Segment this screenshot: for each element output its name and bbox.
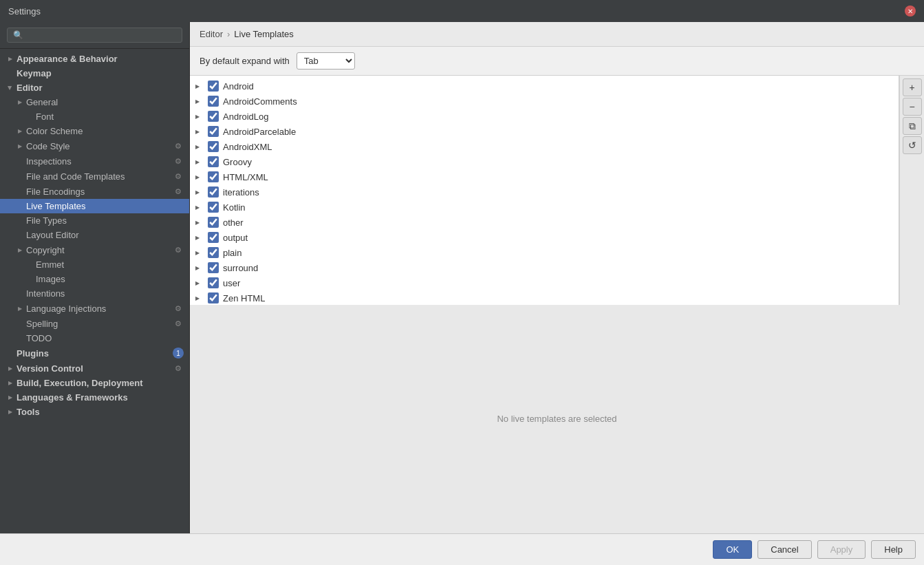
sidebar-item-label: File Types [25,215,184,226]
list-item[interactable]: ▶ plain [190,245,899,260]
sidebar-item-file-code-templates[interactable]: File and Code Templates ⚙ [0,169,189,184]
sidebar-item-language-injections[interactable]: ▶ Language Injections ⚙ [0,301,189,316]
expand-arrow-icon: ▶ [195,189,204,195]
help-button[interactable]: Help [871,540,916,559]
template-checkbox[interactable] [208,277,219,288]
sidebar-item-editor[interactable]: ▶ Editor [0,81,189,95]
template-checkbox[interactable] [208,96,219,107]
sidebar-item-layout-editor[interactable]: Layout Editor [0,228,189,242]
list-item[interactable]: ▶ Groovy [190,154,899,169]
expand-arrow-icon [15,202,25,211]
template-checkbox[interactable] [208,186,219,198]
list-item[interactable]: ▶ other [190,215,899,230]
no-selection-text: No live templates are selected [497,414,616,424]
list-item[interactable]: ▶ AndroidComments [190,94,899,109]
template-checkbox[interactable] [208,141,219,152]
expand-arrow-icon: ▶ [195,235,204,241]
add-button[interactable]: + [903,78,922,96]
sidebar-item-file-encodings[interactable]: File Encodings ⚙ [0,184,189,199]
expand-arrow-icon: ▶ [6,379,15,388]
sidebar-item-spelling[interactable]: Spelling ⚙ [0,316,189,331]
remove-button[interactable]: − [903,98,922,116]
sidebar-item-build[interactable]: ▶ Build, Execution, Deployment [0,376,189,390]
sidebar-item-font[interactable]: Font [0,109,189,124]
sidebar-item-live-templates[interactable]: Live Templates [0,199,189,213]
settings-icon: ⚙ [173,318,184,329]
search-input[interactable] [7,28,182,43]
list-item[interactable]: ▶ HTML/XML [190,169,899,184]
template-checkbox[interactable] [208,171,219,182]
right-panel: Editor › Live Templates By default expan… [190,22,924,533]
template-checkbox[interactable] [208,81,219,92]
template-label: Android [223,81,254,92]
sidebar-item-inspections[interactable]: Inspections ⚙ [0,153,189,169]
sidebar-item-tools[interactable]: ▶ Tools [0,405,189,419]
template-checkbox[interactable] [208,217,219,228]
apply-button[interactable]: Apply [817,540,866,559]
list-item[interactable]: ▶ surround [190,260,899,275]
template-checkbox[interactable] [208,262,219,273]
template-checkbox[interactable] [208,111,219,122]
sidebar-item-label: Intentions [25,288,184,299]
list-item[interactable]: ▶ AndroidLog [190,109,899,124]
list-item[interactable]: ▶ user [190,275,899,290]
list-item[interactable]: ▶ AndroidParcelable [190,124,899,139]
plugins-badge: 1 [173,348,184,359]
list-item[interactable]: ▶ iterations [190,184,899,200]
sidebar-item-code-style[interactable]: ▶ Code Style ⚙ [0,138,189,153]
sidebar-item-label: Copyright [25,245,173,255]
panel-body: ▶ Android ▶ AndroidComments ▶ A [190,76,924,305]
list-item[interactable]: ▶ AndroidXML [190,139,899,154]
reset-button[interactable]: ↺ [903,136,922,154]
template-checkbox[interactable] [208,156,219,167]
template-label: AndroidParcelable [223,127,296,137]
sidebar-item-intentions[interactable]: Intentions [0,286,189,301]
sidebar-item-images[interactable]: Images [0,272,189,286]
template-label: output [223,233,248,243]
settings-icon: ⚙ [173,156,184,167]
cancel-button[interactable]: Cancel [758,540,811,559]
sidebar-item-appearance[interactable]: ▶ Appearance & Behavior [0,52,189,66]
template-checkbox[interactable] [208,202,219,213]
template-checkbox[interactable] [208,292,219,303]
template-label: Kotlin [223,202,246,213]
sidebar-item-emmet[interactable]: Emmet [0,257,189,272]
sidebar-item-label: Code Style [25,141,173,151]
sidebar-item-label: Languages & Frameworks [15,392,184,403]
expand-arrow-icon [15,231,25,240]
sidebar-item-general[interactable]: ▶ General [0,95,189,109]
expand-arrow-icon: ▶ [195,280,204,286]
sidebar-item-label: Appearance & Behavior [15,54,184,64]
list-item[interactable]: ▶ output [190,230,899,245]
breadcrumb: Editor › Live Templates [190,22,924,47]
title-bar: Settings ✕ [0,0,924,22]
sidebar-item-plugins[interactable]: Plugins 1 [0,345,189,361]
template-label: AndroidXML [223,142,272,152]
sidebar-item-copyright[interactable]: ▶ Copyright ⚙ [0,242,189,257]
expand-arrow-icon: ▶ [195,220,204,226]
sidebar-item-languages[interactable]: ▶ Languages & Frameworks [0,390,189,405]
breadcrumb-current: Live Templates [234,29,293,39]
sidebar-item-label: Keymap [15,68,184,78]
sidebar-item-label: Color Scheme [25,126,184,136]
sidebar-item-version-control[interactable]: ▶ Version Control ⚙ [0,361,189,376]
expand-with-select[interactable]: Tab Enter Space [297,52,355,70]
close-button[interactable]: ✕ [905,6,916,17]
sidebar-item-keymap[interactable]: Keymap [0,66,189,81]
list-item[interactable]: ▶ Android [190,78,899,94]
sidebar-item-color-scheme[interactable]: ▶ Color Scheme [0,124,189,138]
sidebar: ▶ Appearance & Behavior Keymap ▶ Editor … [0,22,190,533]
sidebar-item-label: Tools [15,407,184,417]
template-checkbox[interactable] [208,232,219,243]
list-item[interactable]: ▶ Zen HTML [190,290,899,305]
list-item[interactable]: ▶ Kotlin [190,200,899,215]
sidebar-search-container [0,22,189,49]
template-checkbox[interactable] [208,247,219,258]
expand-arrow-icon [25,112,34,122]
copy-button[interactable]: ⧉ [903,117,922,135]
ok-button[interactable]: OK [713,540,752,559]
template-checkbox[interactable] [208,126,219,137]
sidebar-item-todo[interactable]: TODO [0,331,189,345]
sidebar-item-file-types[interactable]: File Types [0,213,189,228]
expand-arrow-icon: ▶ [195,114,204,120]
